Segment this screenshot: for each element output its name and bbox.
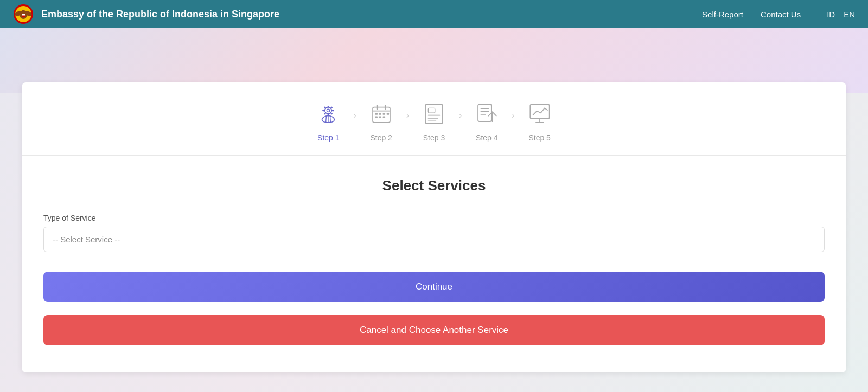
step-1-icon bbox=[314, 100, 342, 128]
navbar-title: Embassy of the Republic of Indonesia in … bbox=[41, 9, 702, 20]
svg-rect-27 bbox=[382, 113, 385, 115]
main-card: Step 1 › bbox=[22, 82, 846, 372]
lang-en[interactable]: EN bbox=[844, 10, 855, 19]
svg-rect-29 bbox=[379, 116, 381, 118]
step-1: Step 1 bbox=[314, 100, 342, 142]
svg-rect-7 bbox=[22, 14, 25, 16]
step-2-label: Step 2 bbox=[370, 133, 392, 142]
service-label: Type of Service bbox=[43, 214, 825, 222]
svg-rect-31 bbox=[386, 113, 388, 115]
step-2: Step 2 bbox=[367, 100, 395, 142]
step-indicator: Step 1 › bbox=[22, 82, 846, 155]
svg-point-8 bbox=[325, 107, 331, 114]
step-3-icon bbox=[420, 100, 448, 128]
svg-rect-26 bbox=[379, 113, 381, 115]
form-title: Select Services bbox=[43, 177, 825, 194]
svg-rect-25 bbox=[375, 113, 377, 115]
step-2-icon bbox=[367, 100, 395, 128]
embassy-logo bbox=[13, 4, 34, 24]
lang-id[interactable]: ID bbox=[827, 10, 835, 19]
svg-rect-13 bbox=[332, 110, 334, 111]
svg-line-20 bbox=[330, 116, 331, 123]
svg-rect-30 bbox=[382, 116, 385, 118]
language-switcher: ID EN bbox=[827, 10, 855, 19]
chevron-3: › bbox=[459, 111, 462, 120]
navbar-nav: Self-Report Contact Us bbox=[702, 10, 801, 19]
svg-rect-28 bbox=[375, 116, 377, 118]
chevron-2: › bbox=[406, 111, 409, 120]
nav-contact-us[interactable]: Contact Us bbox=[761, 10, 801, 19]
svg-rect-32 bbox=[425, 104, 443, 123]
step-3-label: Step 3 bbox=[423, 133, 445, 142]
svg-rect-10 bbox=[328, 106, 329, 108]
cancel-button[interactable]: Cancel and Choose Another Service bbox=[43, 315, 825, 345]
chevron-4: › bbox=[512, 111, 514, 120]
step-1-label: Step 1 bbox=[317, 133, 339, 142]
svg-rect-42 bbox=[530, 104, 549, 119]
step-5: Step 5 bbox=[526, 100, 554, 142]
svg-point-9 bbox=[327, 109, 330, 112]
service-select[interactable]: -- Select Service -- bbox=[43, 227, 825, 252]
step-5-icon bbox=[526, 100, 554, 128]
chevron-1: › bbox=[353, 111, 356, 120]
svg-rect-37 bbox=[478, 104, 492, 121]
card-wrapper: Step 1 › bbox=[0, 82, 868, 372]
step-4: Step 4 bbox=[473, 100, 501, 142]
step-3: Step 3 bbox=[420, 100, 448, 142]
svg-rect-33 bbox=[428, 108, 435, 113]
svg-rect-12 bbox=[323, 110, 325, 111]
service-field: Type of Service -- Select Service -- bbox=[43, 214, 825, 252]
step-4-label: Step 4 bbox=[476, 133, 497, 142]
svg-line-18 bbox=[326, 116, 327, 123]
form-section: Select Services Type of Service -- Selec… bbox=[22, 156, 846, 372]
nav-self-report[interactable]: Self-Report bbox=[702, 10, 743, 19]
navbar: Embassy of the Republic of Indonesia in … bbox=[0, 0, 868, 28]
continue-button[interactable]: Continue bbox=[43, 272, 825, 302]
step-4-icon bbox=[473, 100, 501, 128]
step-5-label: Step 5 bbox=[528, 133, 550, 142]
